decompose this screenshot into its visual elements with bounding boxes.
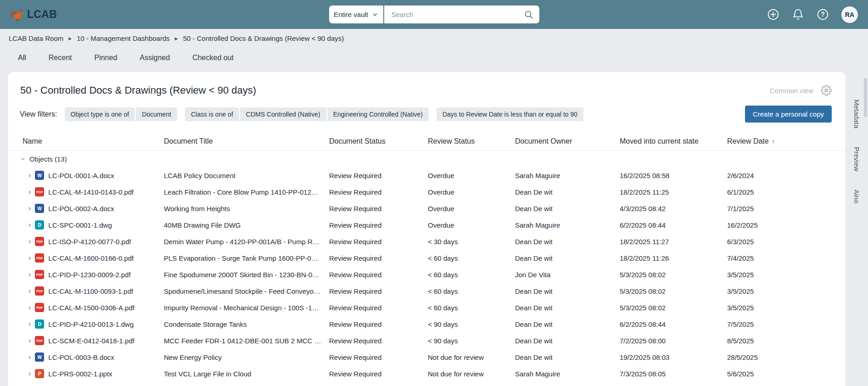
table-row[interactable]: › PDF LC-ISO-P-4120-0077-0.pdf Demin Wat… <box>8 233 846 250</box>
tab-pinned[interactable]: Pinned <box>94 54 117 62</box>
table-row[interactable]: › D LC-SPC-0001-1.dwg 40MB Drawing File … <box>8 217 846 233</box>
file-type-icon: W <box>35 171 44 180</box>
row-expand-chevron-icon[interactable]: › <box>28 303 31 312</box>
file-name[interactable]: LC-PID-P-4210-0013-1.dwg <box>48 320 134 328</box>
column-header-label: Review Date <box>727 137 769 145</box>
tab-all[interactable]: All <box>18 54 26 62</box>
table-row[interactable]: › PDF LC-PID-P-1230-0009-2.pdf Fine Spod… <box>8 266 846 283</box>
column-header[interactable]: Document Owner <box>515 137 620 145</box>
table-row[interactable]: › PDF LC-CAL-M-1600-0166-0.pdf PLS Evapo… <box>8 250 846 266</box>
search-bar: Entire vault <box>329 6 539 23</box>
notifications-bell-icon[interactable] <box>792 8 804 21</box>
file-name[interactable]: LC-CAL-M-1100-0093-1.pdf <box>48 287 133 295</box>
table-row[interactable]: › PDF LC-SCM-E-0412-0418-1.pdf MCC Feede… <box>8 332 846 349</box>
filter-chip-part: Object type is one of <box>65 107 135 121</box>
moved-into-current-state: 5/3/2025 08:02 <box>620 271 727 279</box>
file-type-icon: PDF <box>35 286 44 296</box>
document-status: Review Required <box>329 238 428 246</box>
column-header[interactable]: Moved into current state <box>620 137 727 145</box>
row-expand-chevron-icon[interactable]: › <box>28 254 31 262</box>
document-status: Review Required <box>329 353 428 361</box>
view-tabs: AllRecentPinnedAssignedChecked out <box>0 48 868 67</box>
search-box <box>384 6 539 23</box>
file-name[interactable]: LC-POL-0001-A.docx <box>48 172 114 179</box>
sidebar-tab-preview[interactable]: Preview <box>853 147 861 171</box>
topbar: LCAB Entire vault ? RA <box>0 0 868 29</box>
row-expand-chevron-icon[interactable]: › <box>28 270 31 279</box>
tab-assigned[interactable]: Assigned <box>140 54 170 62</box>
table-row[interactable]: › W LC-POL-0003-B.docx New Energy Policy… <box>8 349 846 365</box>
moved-into-current-state: 6/2/2025 08:44 <box>620 320 727 328</box>
filter-chip[interactable]: Class is one ofCDMS Controlled (Native)E… <box>185 107 429 121</box>
table-row[interactable]: › W LC-POL-0002-A.docx Working from Heig… <box>8 200 846 217</box>
document-owner: Sarah Maguire <box>515 221 620 229</box>
user-avatar[interactable]: RA <box>841 6 858 23</box>
file-name[interactable]: LC-CAL-M-1410-0143-0.pdf <box>48 188 134 196</box>
file-name[interactable]: LC-ISO-P-4120-0077-0.pdf <box>48 238 131 246</box>
row-expand-chevron-icon[interactable]: › <box>28 287 31 295</box>
row-expand-chevron-icon[interactable]: › <box>28 188 31 196</box>
file-name[interactable]: LC-CAL-M-1500-0306-A.pdf <box>48 304 134 312</box>
file-name[interactable]: LC-SPC-0001-1.dwg <box>48 221 112 229</box>
chevron-down-icon <box>372 11 378 18</box>
file-name[interactable]: LC-PID-P-1230-0009-2.pdf <box>48 271 130 279</box>
column-header[interactable]: Document Status <box>329 137 428 145</box>
breadcrumb-item[interactable]: 50 - Controlled Docs & Drawings (Review … <box>183 34 344 42</box>
row-expand-chevron-icon[interactable]: › <box>28 320 31 328</box>
sidebar-tab-metadata[interactable]: Metadata <box>853 100 861 129</box>
document-status: Review Required <box>329 271 428 279</box>
row-expand-chevron-icon[interactable]: › <box>28 221 31 229</box>
create-plus-icon[interactable] <box>767 8 779 21</box>
group-collapse-chevron-icon[interactable]: › <box>20 158 28 160</box>
file-name[interactable]: LC-CAL-M-1600-0166-0.pdf <box>48 254 134 262</box>
row-expand-chevron-icon[interactable]: › <box>28 336 31 345</box>
table-row[interactable]: › D LC-PID-P-4210-0013-1.dwg Condensate … <box>8 316 846 332</box>
table-row[interactable]: › PDF LC-CAL-M-1100-0093-1.pdf Spodumene… <box>8 283 846 299</box>
row-expand-chevron-icon[interactable]: › <box>28 353 31 361</box>
row-expand-chevron-icon[interactable]: › <box>28 237 31 246</box>
moved-into-current-state: 5/3/2025 08:02 <box>620 287 727 295</box>
moved-into-current-state: 19/2/2025 08:03 <box>620 353 727 361</box>
topbar-actions: ? RA <box>767 6 858 23</box>
moved-into-current-state: 4/3/2025 08:42 <box>620 205 727 213</box>
breadcrumb-item[interactable]: LCAB Data Room <box>9 34 63 42</box>
filter-chip[interactable]: Object type is one ofDocument <box>65 107 177 121</box>
file-name[interactable]: LC-SCM-E-0412-0418-1.pdf <box>48 337 134 345</box>
document-status: Review Required <box>329 188 428 196</box>
document-status: Review Required <box>329 287 428 295</box>
scrollbar-thumb[interactable] <box>864 78 867 117</box>
create-personal-copy-button[interactable]: Create a personal copy <box>745 106 832 123</box>
table-row[interactable]: › PDF LC-CAL-M-1410-0143-0.pdf Leach Fil… <box>8 184 846 200</box>
settings-gear-icon[interactable] <box>821 85 832 96</box>
breadcrumb-item[interactable]: 10 - Management Dashboards <box>77 34 170 42</box>
moved-into-current-state: 18/2/2025 11:27 <box>620 238 727 246</box>
table-row[interactable]: › PDF LC-CAL-M-1500-0306-A.pdf Impurity … <box>8 299 846 316</box>
review-status: < 60 days <box>428 304 515 312</box>
tab-checked-out[interactable]: Checked out <box>192 54 234 62</box>
filter-chip[interactable]: Days to Review Date is less than or equa… <box>437 107 583 121</box>
document-owner: Dean De wit <box>515 353 620 361</box>
column-header[interactable]: Document Title <box>164 137 329 145</box>
app-logo[interactable]: LCAB <box>10 8 57 22</box>
file-name[interactable]: LC-PRS-0002-1.pptx <box>48 370 112 378</box>
tab-recent[interactable]: Recent <box>49 54 72 62</box>
table-row[interactable]: › P LC-PRS-0002-1.pptx Test VCL Large Fi… <box>8 365 846 382</box>
row-expand-chevron-icon[interactable]: › <box>28 204 31 213</box>
file-type-icon: PDF <box>35 187 44 196</box>
row-expand-chevron-icon[interactable]: › <box>28 369 31 378</box>
search-icon[interactable] <box>524 10 534 20</box>
column-header[interactable]: Review Date↑ <box>727 137 838 145</box>
search-scope-dropdown[interactable]: Entire vault <box>329 6 383 23</box>
document-owner: Dean De wit <box>515 320 620 328</box>
document-owner: Dean De wit <box>515 238 620 246</box>
help-icon[interactable]: ? <box>817 8 829 21</box>
file-name[interactable]: LC-POL-0003-B.docx <box>48 353 114 361</box>
sidebar-tab-aino[interactable]: Aino <box>853 190 861 203</box>
row-expand-chevron-icon[interactable]: › <box>28 171 31 179</box>
column-header[interactable]: Name <box>22 137 164 145</box>
column-header[interactable]: Review Status <box>428 137 515 145</box>
file-name[interactable]: LC-POL-0002-A.docx <box>48 205 114 213</box>
table-row[interactable]: › W LC-POL-0001-A.docx LCAB Policy Docum… <box>8 167 846 184</box>
search-input[interactable] <box>392 11 524 18</box>
common-view-label: Common view <box>770 87 813 95</box>
